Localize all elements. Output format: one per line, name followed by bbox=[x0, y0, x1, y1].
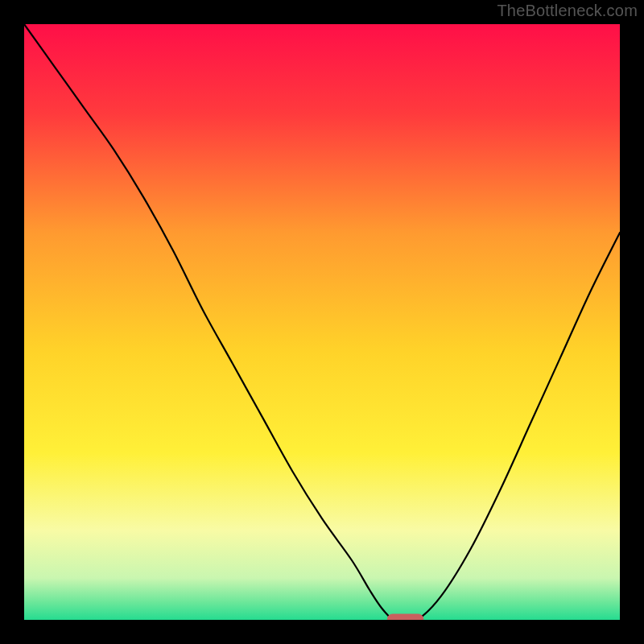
gradient-background bbox=[24, 24, 620, 620]
optimal-point-marker bbox=[387, 614, 423, 620]
chart-svg bbox=[24, 24, 620, 620]
watermark-text: TheBottleneck.com bbox=[497, 2, 638, 20]
plot-area bbox=[24, 24, 620, 620]
chart-frame: TheBottleneck.com bbox=[0, 0, 644, 644]
